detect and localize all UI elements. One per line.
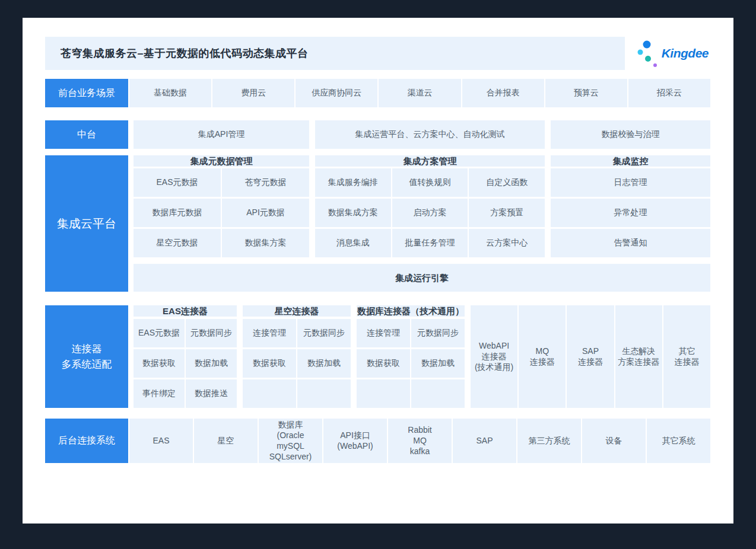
backend-cell-rabbitmq-kafka: Rabbit MQ kafka [388, 419, 452, 463]
cell-custom-function: 自定义函数 [469, 168, 545, 197]
scheme-row-3: 消息集成 批量任务管理 云方案中心 [315, 229, 545, 257]
cell-log-management: 日志管理 [551, 168, 710, 197]
cell-db-metadata: 数据库元数据 [134, 199, 221, 227]
middle-cell-ops-platform: 集成运营平台、云方案中心、自动化测试 [315, 120, 545, 149]
group-header-eas-connector: EAS连接器 [134, 305, 237, 317]
cell-db-conn-data-load: 数据加载 [411, 349, 465, 378]
cell-alert-notification: 告警通知 [551, 229, 710, 257]
backend-systems-row: 后台连接系统 EAS 星空 数据库 (Oracle mySQL SQLserve… [45, 419, 710, 463]
cell-eas-metadata: EAS元数据 [134, 168, 221, 197]
kingdee-logo-text: Kingdee [662, 46, 709, 60]
group-monitoring: 集成监控 日志管理 异常处理 告警通知 [551, 155, 710, 257]
section-label-connectors: 连接器 多系统适配 [45, 305, 128, 408]
cell-launch-scheme: 启动方案 [392, 199, 468, 227]
row-label-middle-platform: 中台 [45, 120, 128, 149]
cell-cloud-scheme-center: 云方案中心 [469, 229, 545, 257]
front-cell-basic-data: 基础数据 [129, 79, 211, 107]
cell-db-conn-empty-2 [411, 379, 465, 408]
metadata-row-2: 数据库元数据 API元数据 [134, 199, 309, 227]
cell-dataset-scheme: 数据集方案 [222, 229, 309, 257]
cell-preset-scheme: 方案预置 [469, 199, 545, 227]
cell-other-connector: 其它 连接器 [663, 305, 710, 408]
galaxy-connector-row-1: 连接管理 元数据同步 [243, 319, 351, 347]
group-header-database-connector: 数据库连接器（技术通用） [357, 305, 465, 317]
cell-galaxy-conn-empty-1 [243, 379, 296, 408]
eas-connector-row-1: EAS元数据 元数据同步 [134, 319, 237, 347]
cell-exception-handling: 异常处理 [551, 199, 710, 227]
backend-cell-sap: SAP [453, 419, 516, 463]
galaxy-connector-row-3 [243, 379, 351, 408]
cell-db-conn-management: 连接管理 [357, 319, 410, 347]
metadata-row-3: 星空元数据 数据集方案 [134, 229, 309, 257]
backend-cell-galaxy: 星空 [194, 419, 258, 463]
cell-galaxy-metadata: 星空元数据 [134, 229, 221, 257]
connectors-section: 连接器 多系统适配 EAS连接器 EAS元数据 元数据同步 数据获取 数据加载 … [45, 305, 710, 408]
connectors-body: EAS连接器 EAS元数据 元数据同步 数据获取 数据加载 事件绑定 数据推送 [134, 305, 710, 408]
front-cell-procurement-cloud: 招采云 [628, 79, 710, 107]
cell-galaxy-conn-metadata-sync: 元数据同步 [297, 319, 351, 347]
backend-cell-other-systems: 其它系统 [647, 419, 710, 463]
cell-eas-conn-data-fetch: 数据获取 [134, 349, 185, 378]
front-cell-expense-cloud: 费用云 [212, 79, 294, 107]
cell-batch-task-management: 批量任务管理 [392, 229, 468, 257]
group-database-connector: 数据库连接器（技术通用） 连接管理 元数据同步 数据获取 数据加载 [357, 305, 465, 408]
group-header-scheme: 集成方案管理 [315, 155, 545, 167]
backend-systems-cells: EAS 星空 数据库 (Oracle mySQL SQLserver) API接… [129, 419, 710, 463]
middle-platform-cells: 集成API管理 集成运营平台、云方案中心、自动化测试 数据校验与治理 [134, 120, 710, 149]
cell-cosmic-metadata: 苍穹元数据 [222, 168, 309, 197]
row-label-front-business: 前台业务场景 [45, 79, 128, 107]
front-business-row: 前台业务场景 基础数据 费用云 供应商协同云 渠道云 合并报表 预算云 招采云 [45, 79, 710, 107]
cell-value-conversion: 值转换规则 [392, 168, 468, 197]
cell-galaxy-conn-empty-2 [297, 379, 351, 408]
db-connector-row-1: 连接管理 元数据同步 [357, 319, 465, 347]
group-galaxy-connector: 星空连接器 连接管理 元数据同步 数据获取 数据加载 [243, 305, 351, 408]
cell-message-integration: 消息集成 [315, 229, 391, 257]
title-banner: 苍穹集成服务云–基于元数据的低代码动态集成平台 [45, 37, 625, 70]
cell-eas-conn-metadata: EAS元数据 [134, 319, 185, 347]
monitoring-row-2: 异常处理 [551, 199, 710, 227]
cell-eas-conn-metadata-sync: 元数据同步 [186, 319, 237, 347]
front-cell-supplier-collab: 供应商协同云 [296, 79, 377, 107]
group-header-monitoring: 集成监控 [551, 155, 710, 167]
backend-cell-third-party: 第三方系统 [517, 419, 581, 463]
middle-platform-row: 中台 集成API管理 集成运营平台、云方案中心、自动化测试 数据校验与治理 [45, 120, 710, 149]
cell-data-integration-scheme: 数据集成方案 [315, 199, 391, 227]
backend-cell-device: 设备 [582, 419, 646, 463]
group-header-metadata: 集成元数据管理 [134, 155, 309, 167]
monitoring-row-1: 日志管理 [551, 168, 710, 197]
monitoring-row-3: 告警通知 [551, 229, 710, 257]
section-label-integration-platform: 集成云平台 [45, 155, 128, 292]
galaxy-connector-row-2: 数据获取 数据加载 [243, 349, 351, 378]
backend-cell-api: API接口 (WebAPI) [323, 419, 387, 463]
db-connector-row-3 [357, 379, 465, 408]
cell-mq-connector: MQ 连接器 [519, 305, 566, 408]
middle-cell-api-management: 集成API管理 [134, 120, 309, 149]
front-cell-budget-cloud: 预算云 [545, 79, 627, 107]
cell-galaxy-conn-data-fetch: 数据获取 [243, 349, 296, 378]
cell-eas-conn-data-load: 数据加载 [186, 349, 237, 378]
group-eas-connector: EAS连接器 EAS元数据 元数据同步 数据获取 数据加载 事件绑定 数据推送 [134, 305, 237, 408]
kingdee-logo: Kingdee [636, 38, 709, 69]
cell-service-orchestration: 集成服务编排 [315, 168, 391, 197]
cell-api-metadata: API元数据 [222, 199, 309, 227]
group-scheme-management: 集成方案管理 集成服务编排 值转换规则 自定义函数 数据集成方案 启动方案 方案… [315, 155, 545, 257]
cell-eco-solution-connector: 生态解决 方案连接器 [615, 305, 662, 408]
platform-groups: 集成元数据管理 EAS元数据 苍穹元数据 数据库元数据 API元数据 星空元数据… [134, 155, 710, 257]
integration-runtime-engine: 集成运行引擎 [134, 264, 710, 292]
integration-platform-section: 集成云平台 集成元数据管理 EAS元数据 苍穹元数据 数据库元数据 API元数据 [45, 155, 710, 292]
scheme-row-1: 集成服务编排 值转换规则 自定义函数 [315, 168, 545, 197]
backend-cell-eas: EAS [129, 419, 193, 463]
connector-columns: WebAPI 连接器 (技术通用) MQ 连接器 SAP 连接器 生态解决 方案… [471, 305, 710, 408]
kingdee-logo-icon [636, 39, 659, 68]
cell-sap-connector: SAP 连接器 [567, 305, 614, 408]
scheme-row-2: 数据集成方案 启动方案 方案预置 [315, 199, 545, 227]
db-connector-row-2: 数据获取 数据加载 [357, 349, 465, 378]
integration-platform-body: 集成元数据管理 EAS元数据 苍穹元数据 数据库元数据 API元数据 星空元数据… [134, 155, 710, 292]
cell-eas-conn-data-push: 数据推送 [186, 379, 237, 408]
content-area: 苍穹集成服务云–基于元数据的低代码动态集成平台 Kingdee 前台业务场景 基… [45, 18, 710, 463]
row-label-backend-systems: 后台连接系统 [45, 419, 128, 463]
middle-cell-data-governance: 数据校验与治理 [551, 120, 710, 149]
main-card: 苍穹集成服务云–基于元数据的低代码动态集成平台 Kingdee 前台业务场景 基… [23, 18, 733, 524]
page-title: 苍穹集成服务云–基于元数据的低代码动态集成平台 [61, 46, 309, 60]
metadata-row-1: EAS元数据 苍穹元数据 [134, 168, 309, 197]
